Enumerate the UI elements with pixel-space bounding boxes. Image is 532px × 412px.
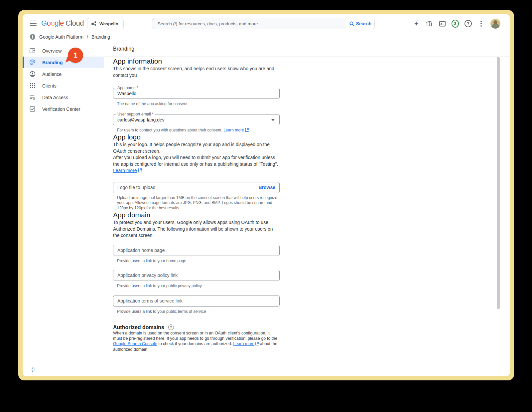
main-panel: Branding App information This shows in t… [104,41,510,376]
sidebar-item-verification-center[interactable]: Verification Center [23,103,104,115]
sidebar-item-clients[interactable]: Clients [23,80,104,92]
notifications-button[interactable]: 2 [452,20,459,27]
clients-grid-icon [29,83,36,89]
more-options-button[interactable] [477,20,485,27]
app-logo-heading: App logo [113,133,280,141]
app-name-value: Waspello [117,91,136,96]
top-bar: GoogleCloud Waspello Search ✦ [23,14,510,33]
sidebar: Overview Branding Audience [23,41,104,376]
app-information-heading: App information [113,57,280,66]
google-cloud-logo[interactable]: GoogleCloud [41,19,84,28]
page-content: App information This shows in the consen… [113,57,280,352]
user-support-email-value: carlos@wasp-lang.dev [117,117,165,122]
user-avatar[interactable] [490,19,500,29]
breadcrumb: Google Auth Platform / Branding [23,33,510,41]
project-name: Waspello [99,21,118,26]
collapse-sidebar-icon: ⟨| [31,367,35,372]
user-support-email-select[interactable]: User support email * carlos@wasp-lang.de… [113,114,280,125]
avatar-body [491,24,499,29]
sidebar-item-label: Audience [42,72,62,77]
overview-icon [29,48,36,54]
sidebar-item-audience[interactable]: Audience [23,68,104,80]
app-information-description: This shows in the consent screen, and he… [113,66,280,79]
help-icon[interactable]: ? [168,324,174,330]
project-selector[interactable]: Waspello [87,18,124,29]
notification-count-badge: 2 [452,20,459,28]
breadcrumb-current: Branding [91,34,110,40]
app-domain-description: To protect you and your users, Google on… [113,219,280,239]
app-logo-learn-more: Learn more [113,167,280,174]
sidebar-item-data-access[interactable]: Data Access [23,92,104,103]
kebab-icon [480,21,482,27]
app-name-helper: The name of the app asking for consent [113,102,280,106]
sidebar-item-label: Clients [42,83,57,89]
sidebar-item-label: Overview [42,48,62,54]
breadcrumb-root[interactable]: Google Auth Platform [39,34,83,40]
breadcrumb-separator: / [87,34,88,40]
help-icon: ? [465,20,472,27]
app-name-field[interactable]: App name * Waspello [113,88,280,99]
page-title: Branding [113,46,134,52]
global-search: Search [152,18,375,29]
data-access-icon [29,94,36,101]
help-button[interactable]: ? [465,20,472,27]
sidebar-item-label: Branding [42,60,63,65]
step-1-badge: 1 [68,48,83,63]
cloud-shell-icon[interactable] [439,20,446,27]
learn-more-link[interactable]: Learn more [233,341,254,346]
application-home-page-helper: Provide users a link to your home page [113,259,280,263]
sidebar-item-label: Verification Center [42,106,80,112]
application-terms-of-service-field[interactable]: Application terms of service link [113,296,280,307]
page-title-row: Branding [104,41,510,57]
learn-more-link[interactable]: Learn more [113,168,137,173]
verification-checkbox-icon [29,106,36,112]
learn-more-link[interactable]: Learn more [223,128,244,132]
auth-platform-shield-key-icon [29,34,36,40]
application-home-page-field[interactable]: Application home page [113,245,280,256]
vertical-scrollbar[interactable] [497,57,500,309]
google-search-console-link[interactable]: Google Search Console [113,341,157,346]
sidebar-item-overview[interactable]: Overview [23,45,104,57]
user-support-email-helper: For users to contact you with questions … [113,128,280,133]
hamburger-menu-icon[interactable] [30,21,37,26]
logo-upload-helper: Upload an image, not larger than 1MB on … [113,195,280,211]
browser-window: GoogleCloud Waspello Search ✦ [23,14,510,376]
external-link-icon [138,168,142,174]
project-icon [91,21,96,26]
application-privacy-policy-helper: Provide users a link to your public priv… [113,284,280,288]
app-domain-heading: App domain [113,211,280,219]
app-name-label: App name * [116,86,140,90]
audience-icon [29,71,36,77]
sidebar-item-label: Data Access [42,95,68,100]
external-link-icon [245,128,249,133]
browse-button[interactable]: Browse [258,185,275,190]
global-search-input[interactable] [152,18,346,29]
gift-icon[interactable] [426,20,433,27]
application-privacy-policy-field[interactable]: Application privacy policy link [113,270,280,281]
window-frame: GoogleCloud Waspello Search ✦ [18,10,514,380]
header-icons: ✦ [413,14,500,33]
search-button[interactable]: Search [346,18,375,29]
authorized-domains-heading-row: Authorized domains ? [113,324,280,330]
chevron-down-icon [271,119,275,121]
app-logo-description-2: After you upload a logo, you will need t… [113,154,280,167]
app-logo-description-1: This is your logo. It helps people recog… [113,141,280,154]
collapse-sidebar-button[interactable]: ⟨| [31,367,35,372]
application-terms-of-service-helper: Provide users a link to your public term… [113,309,280,314]
logo-upload-field[interactable]: Logo file to upload Browse [113,182,280,193]
user-support-email-label: User support email * [116,112,155,116]
cloud-shell-icon-svg [439,20,446,27]
gift-icon-svg [426,20,433,27]
gemini-icon[interactable]: ✦ [413,20,420,27]
search-icon [349,21,355,27]
sidebar-item-branding[interactable]: Branding [23,57,104,68]
authorized-domains-heading: Authorized domains [113,324,164,330]
external-link-icon [255,341,259,347]
authorized-domains-description: When a domain is used on the consent scr… [113,330,278,352]
logo-upload-placeholder: Logo file to upload [117,185,155,190]
palette-icon [29,59,36,66]
